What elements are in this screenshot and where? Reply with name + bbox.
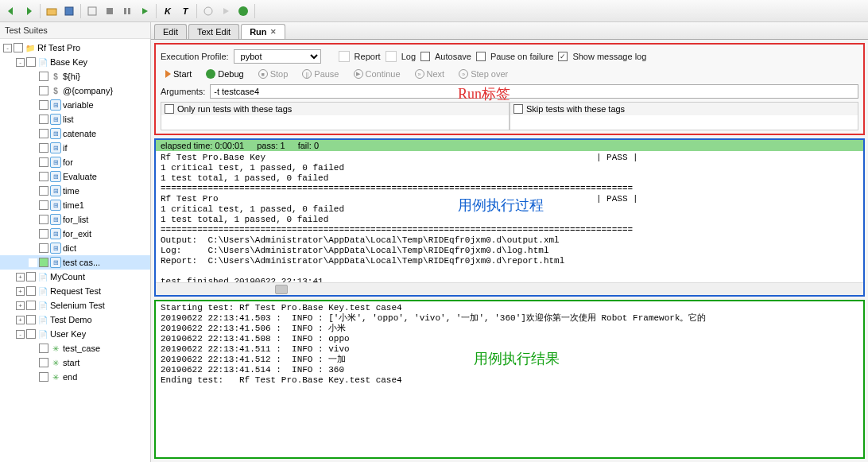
only-tags-input[interactable] (161, 115, 509, 130)
tree-node[interactable]: ⊞dict (0, 241, 150, 255)
tree-node[interactable]: -📁Rf Test Pro (0, 41, 150, 55)
expand-icon[interactable]: + (16, 273, 25, 281)
step-icon[interactable] (200, 3, 216, 19)
node-checkbox[interactable] (39, 86, 48, 95)
node-checkbox[interactable] (26, 286, 36, 296)
tab-run[interactable]: Run✕ (241, 24, 285, 39)
save-icon[interactable] (61, 3, 77, 19)
node-checkbox[interactable] (39, 172, 48, 181)
show-message-log-checkbox[interactable] (558, 52, 568, 61)
node-checkbox[interactable] (39, 372, 48, 382)
tree-node[interactable]: ✳end (0, 370, 150, 384)
tree-node[interactable]: -📄Base Key (0, 55, 150, 69)
test-tree[interactable]: -📁Rf Test Pro-📄Base Key$${hi}$@{company}… (0, 39, 150, 462)
node-checkbox[interactable] (26, 272, 36, 281)
expand-icon[interactable]: + (16, 287, 25, 296)
stop-toolbar-icon[interactable] (102, 3, 118, 19)
node-checkbox[interactable] (39, 344, 48, 353)
play-green-icon[interactable] (137, 3, 153, 19)
node-checkbox[interactable] (39, 157, 48, 167)
tree-node[interactable]: +📄Test Demo (0, 313, 150, 327)
node-checkbox[interactable] (39, 143, 48, 153)
gear-icon: ✳ (50, 343, 61, 354)
pause-button[interactable]: ||Pause (297, 68, 343, 80)
arguments-input[interactable] (210, 84, 858, 99)
tree-node[interactable]: ⊞list (0, 112, 150, 126)
node-checkbox[interactable] (39, 72, 48, 81)
node-checkbox[interactable] (39, 243, 48, 253)
tree-node[interactable]: +📄MyCount (0, 270, 150, 284)
expand-icon[interactable]: + (16, 301, 25, 310)
expand-icon[interactable]: + (16, 316, 25, 324)
hscroll[interactable] (156, 282, 863, 295)
report-icon[interactable] (339, 51, 350, 62)
tree-node[interactable]: $${hi} (0, 69, 150, 83)
tab-edit[interactable]: Edit (154, 24, 187, 39)
debug-button[interactable]: Debug (201, 68, 248, 80)
execution-log[interactable]: Rf Test Pro.Base Key | PASS | 1 critical… (156, 151, 863, 282)
tree-node[interactable]: ⊞test cas... (0, 255, 150, 270)
tab-text-edit[interactable]: Text Edit (188, 24, 239, 39)
tc-icon: ⊞ (50, 214, 61, 225)
node-checkbox[interactable] (39, 115, 48, 124)
tree-node[interactable]: ⊞for_list (0, 212, 150, 227)
profile-select[interactable]: pybot (234, 49, 321, 64)
open-icon[interactable] (44, 3, 60, 19)
skip-tags-checkbox[interactable] (513, 104, 523, 114)
log-link[interactable]: Log (401, 52, 416, 61)
pause-toolbar-icon[interactable] (119, 3, 135, 19)
tree-node[interactable]: ⊞if (0, 141, 150, 155)
node-checkbox[interactable] (39, 215, 48, 224)
tree-node[interactable]: ⊞for_exit (0, 227, 150, 241)
node-checkbox[interactable] (26, 315, 36, 324)
tree-node[interactable]: ✳test_case (0, 341, 150, 355)
log-icon[interactable] (386, 51, 397, 62)
tree-node[interactable]: ⊞variable (0, 98, 150, 112)
tree-node[interactable]: ⊞for (0, 155, 150, 169)
node-checkbox[interactable] (39, 358, 48, 367)
start-button[interactable]: Start (161, 68, 196, 80)
tree-node[interactable]: ⊞time1 (0, 198, 150, 212)
node-checkbox[interactable] (14, 43, 23, 52)
tree-node[interactable]: ✳start (0, 355, 150, 370)
continue-button[interactable]: ▶Continue (349, 68, 405, 80)
step-into-icon[interactable] (218, 3, 234, 19)
tree-node[interactable]: -📄User Key (0, 327, 150, 341)
node-checkbox[interactable] (39, 229, 48, 239)
stop-button[interactable]: ■Stop (254, 68, 293, 80)
only-tags-checkbox[interactable] (165, 104, 174, 114)
tree-node[interactable]: ⊞Evaluate (0, 169, 150, 184)
stepover-button[interactable]: »Step over (454, 68, 513, 80)
collapse-icon[interactable]: - (16, 330, 25, 339)
node-checkbox[interactable] (39, 200, 48, 210)
tree-node[interactable]: ⊞time (0, 184, 150, 198)
tree-node[interactable]: +📄Request Test (0, 284, 150, 298)
node-checkbox[interactable] (39, 258, 48, 267)
collapse-icon[interactable]: - (3, 44, 12, 52)
node-checkbox[interactable] (26, 329, 36, 339)
node-checkbox[interactable] (26, 301, 36, 310)
close-icon[interactable]: ✕ (270, 28, 277, 36)
autosave-checkbox[interactable] (420, 52, 430, 61)
run-icon[interactable] (84, 3, 100, 19)
result-log[interactable]: Starting test: Rf Test Pro.Base Key.test… (156, 301, 863, 457)
back-icon[interactable] (3, 3, 19, 19)
report-link[interactable]: Report (355, 52, 381, 61)
pause-on-failure-checkbox[interactable] (476, 52, 486, 61)
node-checkbox[interactable] (39, 186, 48, 196)
tree-node[interactable]: $@{company} (0, 83, 150, 98)
twist-spacer (29, 130, 37, 138)
collapse-icon[interactable]: - (16, 58, 25, 67)
svg-rect-1 (65, 7, 73, 15)
skip-tags-input[interactable] (510, 115, 858, 130)
forward-icon[interactable] (21, 3, 37, 19)
debug-toolbar-icon[interactable] (235, 3, 251, 19)
node-checkbox[interactable] (39, 129, 48, 138)
next-button[interactable]: »Next (410, 68, 450, 80)
node-checkbox[interactable] (26, 57, 36, 67)
t-button[interactable]: T (177, 3, 193, 19)
k-button[interactable]: K (160, 3, 176, 19)
tree-node[interactable]: ⊞catenate (0, 126, 150, 141)
node-checkbox[interactable] (39, 100, 48, 110)
tree-node[interactable]: +📄Selenium Test (0, 298, 150, 313)
